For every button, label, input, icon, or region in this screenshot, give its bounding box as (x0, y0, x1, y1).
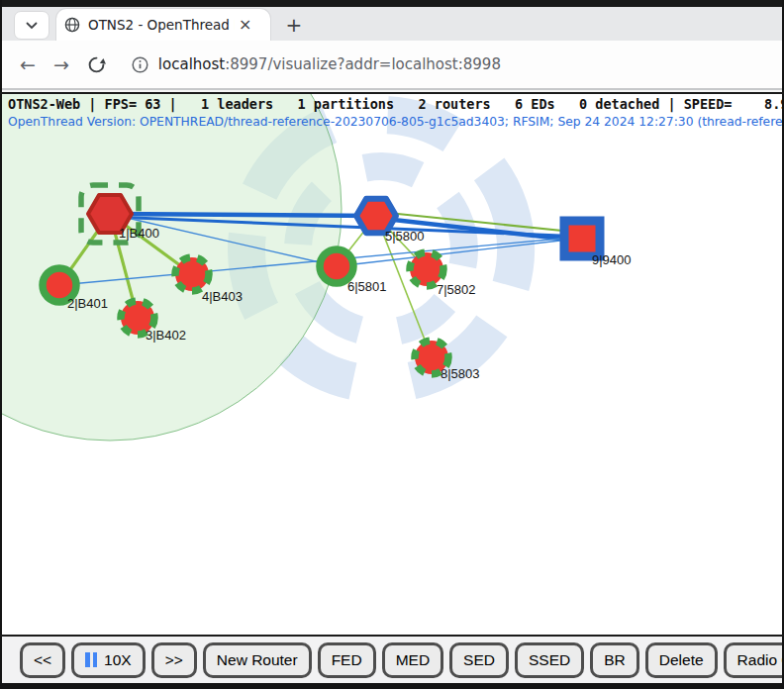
version-line: OpenThread Version: OPENTHREAD/thread-re… (8, 115, 782, 129)
radio-off-button[interactable]: Radio Off (724, 642, 782, 678)
tab-search-button[interactable] (14, 11, 49, 40)
pause-icon (85, 652, 97, 667)
browser-window: OTNS2 - OpenThread Ne × + ← → localhost:… (0, 0, 784, 689)
node-label-4: 4|B403 (202, 289, 243, 304)
button-label: New Router (217, 651, 298, 669)
url-host: localhost (158, 55, 225, 73)
button-label: FED (332, 651, 362, 669)
button-label: Radio Off (737, 651, 782, 669)
node-9[interactable] (564, 221, 600, 256)
node-7[interactable] (410, 252, 443, 286)
button-label: Delete (659, 651, 704, 669)
tab-title: OTNS2 - OpenThread Ne (88, 17, 235, 33)
browser-toolbar: ← → localhost:8997/visualize?addr=localh… (2, 41, 782, 88)
forward-icon[interactable]: → (53, 55, 69, 74)
br-button[interactable]: BR (590, 642, 639, 678)
window-bottom-strip (0, 683, 784, 689)
new-tab-button[interactable]: + (281, 13, 307, 37)
speed-button[interactable]: 10X (71, 642, 146, 678)
status-line: OTNS2-Web | FPS= 63 | 1 leaders 1 partit… (8, 96, 782, 112)
sed-button[interactable]: SED (449, 642, 509, 678)
tab-otns2[interactable]: OTNS2 - OpenThread Ne × (55, 8, 271, 41)
globe-icon (64, 17, 80, 33)
med-button[interactable]: MED (382, 642, 443, 678)
button-label: SED (463, 651, 495, 669)
node-label-8: 8|5803 (441, 366, 480, 381)
tab-close-icon[interactable]: × (239, 17, 251, 33)
node-label-2: 2|B401 (67, 296, 108, 311)
window-top-strip (0, 0, 784, 7)
node-label-5: 5|5800 (385, 229, 425, 244)
network-graph: 1|B4002|B4013|B4024|B4035|58006|58017|58… (2, 94, 782, 635)
step-back-button[interactable]: << (20, 642, 65, 678)
node-6[interactable] (320, 249, 353, 283)
bottom-toolbar: <<10X>>New RouterFEDMEDSEDSSEDBRDeleteRa… (2, 637, 782, 683)
chevron-down-icon (26, 22, 38, 30)
tab-strip: OTNS2 - OpenThread Ne × + (2, 7, 782, 41)
fed-button[interactable]: FED (318, 642, 376, 678)
button-label: 10X (104, 651, 132, 669)
node-4[interactable] (175, 257, 209, 291)
site-info-icon[interactable] (132, 56, 148, 73)
node-label-9: 9|9400 (592, 252, 632, 267)
address-bar[interactable]: localhost:8997/visualize?addr=localhost:… (158, 55, 501, 73)
link-1-5 (110, 214, 376, 216)
ssed-button[interactable]: SSED (515, 642, 584, 678)
node-label-1: 1|B400 (119, 226, 159, 241)
back-icon[interactable]: ← (20, 55, 36, 74)
button-label: << (34, 651, 51, 669)
simulation-canvas[interactable]: OTNS2-Web | FPS= 63 | 1 leaders 1 partit… (2, 94, 782, 635)
node-label-3: 3|B402 (146, 328, 186, 343)
button-label: >> (165, 651, 183, 669)
url-path: :8997/visualize?addr=localhost:8998 (225, 55, 501, 73)
node-label-6: 6|5801 (347, 279, 387, 294)
button-label: BR (604, 651, 626, 669)
reload-icon[interactable] (87, 55, 106, 74)
delete-button[interactable]: Delete (645, 642, 718, 678)
button-label: MED (396, 651, 430, 669)
node-label-7: 7|5802 (437, 282, 476, 297)
button-label: SSED (529, 651, 570, 669)
step-forward-button[interactable]: >> (151, 642, 197, 678)
new-router-button[interactable]: New Router (203, 642, 312, 678)
